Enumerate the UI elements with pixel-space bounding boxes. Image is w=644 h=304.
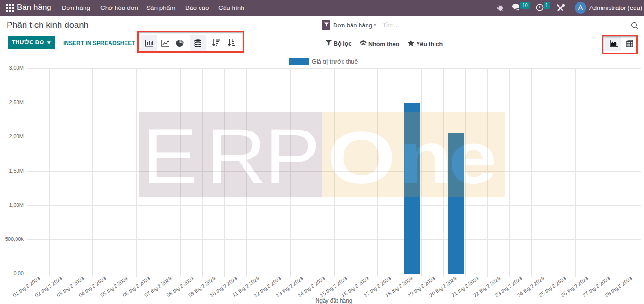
- svg-text:One: One: [327, 117, 497, 197]
- svg-text:ERP: ERP: [142, 112, 320, 197]
